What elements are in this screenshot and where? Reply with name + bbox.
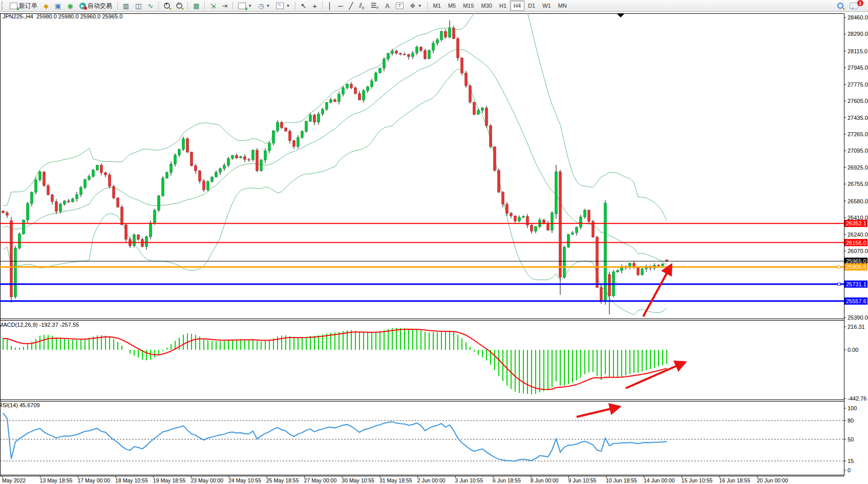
timeframe-D1[interactable]: D1 (524, 1, 539, 11)
pane-borders (0, 13, 844, 476)
text-icon: A (385, 3, 390, 9)
svg-text:8 Jun 00:00: 8 Jun 00:00 (531, 477, 559, 483)
svg-text:27095.0: 27095.0 (848, 148, 868, 154)
label-tool-button[interactable]: T (393, 0, 406, 11)
bollinger-bands (3, 11, 667, 314)
svg-text:26580.0: 26580.0 (848, 198, 868, 204)
tile-windows-button[interactable]: ▦ (190, 0, 202, 11)
svg-text:15 Jun 10:55: 15 Jun 10:55 (682, 477, 713, 483)
search-button[interactable] (835, 0, 846, 11)
svg-text:27435.0: 27435.0 (848, 115, 868, 121)
price-axis: 28460.028290.028115.027945.027775.027605… (844, 14, 868, 473)
svg-text:26925.0: 26925.0 (848, 164, 868, 171)
text-tool-button[interactable]: A (383, 0, 392, 11)
arrows-tool-button[interactable]: ❖▼ (407, 0, 425, 11)
timeframe-M1[interactable]: M1 (430, 1, 444, 11)
indicator-list-icon: ∿ (276, 3, 284, 9)
svg-text:2 Jun 00:00: 2 Jun 00:00 (417, 477, 446, 483)
chevron-down-icon: ▼ (266, 4, 270, 8)
timeframe-M15[interactable]: M15 (459, 1, 477, 11)
new-order-button[interactable]: 新订单 (7, 0, 40, 11)
chevron-down-icon: ▼ (248, 4, 252, 8)
svg-text:10 Jun 18:55: 10 Jun 18:55 (606, 477, 637, 483)
metaeditor-button[interactable]: ◆ (41, 0, 51, 11)
svg-text:26070.0: 26070.0 (848, 248, 868, 254)
svg-text:80: 80 (848, 417, 854, 424)
crosshair-tool-button[interactable]: + (310, 0, 320, 11)
line-handle[interactable] (838, 283, 840, 285)
indicators-button[interactable]: ∿▼ (273, 0, 292, 11)
timeframe-H1[interactable]: H1 (496, 1, 510, 11)
periods-button[interactable]: ◷▼ (256, 0, 272, 11)
svg-text:26755.0: 26755.0 (848, 181, 868, 187)
new-chart-button[interactable]: ▼ (236, 0, 255, 11)
trend-arrow-main[interactable] (643, 265, 671, 317)
svg-text:25390.0: 25390.0 (848, 314, 868, 321)
zoom-in-button[interactable]: + (161, 0, 173, 11)
svg-text:17 May 00:00: 17 May 00:00 (77, 477, 110, 483)
autotrade-icon: ▶ (79, 3, 86, 9)
line-chart-icon: ∿ (147, 3, 153, 9)
equidistant-channel-icon: ⫽ (359, 2, 364, 10)
svg-text:25 May 18:55: 25 May 18:55 (266, 477, 299, 483)
svg-text:30 May 10:55: 30 May 10:55 (342, 477, 374, 483)
bar-chart-button[interactable]: ▥ (120, 0, 132, 11)
svg-text:31 May 18:55: 31 May 18:55 (379, 477, 412, 483)
clock-icon: ◷ (258, 3, 264, 9)
cursor-icon: ↖ (301, 3, 306, 9)
channel-tool-button[interactable]: ⫽ (356, 0, 367, 11)
tile-windows-icon: ▦ (193, 3, 199, 9)
trend-arrow-rsi[interactable] (577, 407, 620, 417)
svg-text:14 Jun 00:00: 14 Jun 00:00 (644, 477, 675, 483)
terminal-button[interactable]: ▣ (52, 0, 63, 11)
svg-text:26156.0: 26156.0 (846, 240, 866, 246)
svg-text:25731.1: 25731.1 (846, 281, 866, 287)
macd-indicator-label: MACD(12,26,9) -192.37 -257.55 (0, 322, 79, 328)
svg-text:26352.1: 26352.1 (846, 220, 866, 226)
new-order-icon (10, 3, 17, 9)
timeframe-MN[interactable]: MN (555, 1, 570, 11)
svg-text:27605.0: 27605.0 (848, 98, 868, 104)
auto-scroll-icon: ⇲ (210, 3, 216, 9)
cursor-tool-button[interactable]: ↖ (298, 0, 309, 11)
svg-text:28290.0: 28290.0 (848, 31, 868, 37)
chart-canvas[interactable]: 28460.028290.028115.027945.027775.027605… (0, 11, 868, 484)
text-label-icon: T (396, 3, 404, 9)
zoom-out-icon: − (176, 3, 182, 9)
svg-text:0.00: 0.00 (848, 347, 858, 353)
chart-shift-marker[interactable] (617, 14, 624, 17)
svg-text:6 Jun 18:55: 6 Jun 18:55 (493, 477, 521, 483)
autotrade-button[interactable]: ▶ 自动交易 (77, 0, 115, 11)
candlestick-button[interactable]: ◫ (133, 0, 144, 11)
chart-shift-button[interactable]: ⇥ (219, 0, 230, 11)
crosshair-icon: + (312, 3, 317, 9)
trendline-tool-button[interactable]: ╱ (346, 0, 355, 11)
svg-text:13 May 18:55: 13 May 18:55 (40, 477, 73, 483)
svg-text:16 Jun 18:55: 16 Jun 18:55 (719, 477, 750, 483)
bar-chart-icon: ▥ (123, 3, 129, 9)
candlestick-icon: ◫ (135, 3, 141, 9)
signals-button[interactable]: ◉ (65, 0, 75, 11)
svg-text:23 May 00:00: 23 May 00:00 (191, 477, 224, 483)
zoom-in-icon: + (164, 3, 170, 9)
timeframe-H4[interactable]: H4 (510, 1, 524, 11)
auto-scroll-button[interactable]: ⇲ (207, 0, 218, 11)
fibonacci-tool-button[interactable]: ☰ (368, 0, 382, 11)
line-handle[interactable] (838, 266, 840, 268)
chevron-down-icon: ▼ (286, 4, 290, 8)
hline-tool-button[interactable]: ─ (335, 0, 345, 11)
line-chart-button[interactable]: ∿ (145, 0, 156, 11)
svg-text:27 May 00:00: 27 May 00:00 (304, 477, 337, 483)
vline-tool-button[interactable]: │ (325, 0, 334, 11)
svg-text:0: 0 (848, 467, 851, 473)
chart-shift-icon: ⇥ (222, 3, 227, 9)
zoom-out-button[interactable]: − (174, 0, 185, 11)
timeframe-M30[interactable]: M30 (478, 1, 496, 11)
toolbar-grip[interactable] (2, 2, 5, 10)
notifications-button[interactable]: 1 (847, 0, 861, 11)
svg-text:28115.0: 28115.0 (848, 48, 867, 54)
timeframe-bar: M1M5M15M30H1H4D1W1MN (430, 1, 570, 11)
time-axis: May 202213 May 18:5517 May 00:0018 May 1… (2, 476, 788, 483)
timeframe-M5[interactable]: M5 (444, 1, 459, 11)
timeframe-W1[interactable]: W1 (539, 1, 555, 11)
